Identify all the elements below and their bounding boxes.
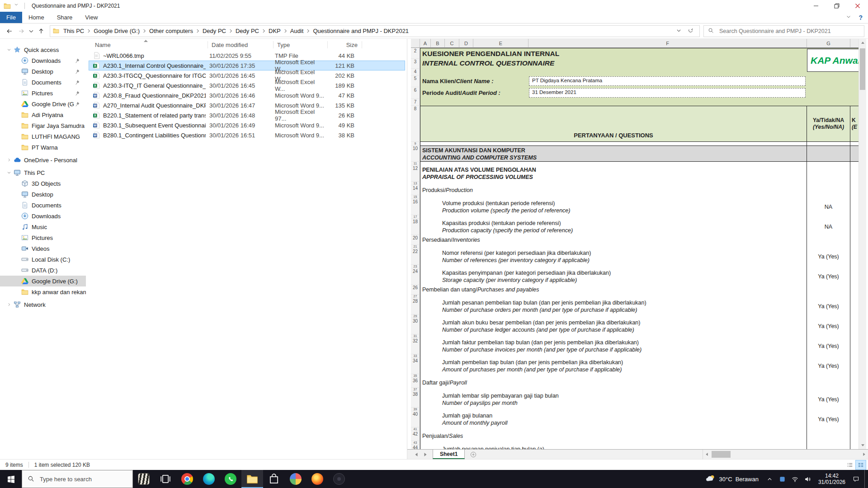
chevron-right-icon[interactable] [87, 28, 90, 33]
chevron-right-icon[interactable] [262, 28, 265, 33]
file-row-a270-internal-audit-questionnaire-dkp2[interactable]: WA270_Internal Audit Questionnaire_DKP2.… [89, 100, 405, 110]
breadcrumb-item-this-pc[interactable]: This PC [60, 28, 87, 34]
taskbar-app-zebra-photo[interactable] [133, 470, 155, 488]
forward-button[interactable] [15, 25, 27, 37]
sidebar-item-pictures[interactable]: Pictures [0, 232, 86, 243]
action-center-button[interactable] [849, 470, 862, 488]
breadcrumb-item-google-drive-g[interactable]: Google Drive (G:) [90, 28, 143, 34]
sidebar-item-3d-objects[interactable]: 3D Objects [0, 178, 86, 189]
sidebar-item-music[interactable]: Music [0, 221, 86, 232]
breadcrumb-item-other-computers[interactable]: Other computers [146, 28, 196, 34]
sidebar-item-google-drive-g[interactable]: Google Drive (G:) [0, 276, 86, 286]
show-desktop-button[interactable] [864, 470, 868, 488]
taskbar-app-chrome[interactable] [176, 470, 198, 488]
file-row-a230-3-itgcq-questionnaire-for-itgc-dk[interactable]: XA230.3-ITGCQ_Questionnaire for ITGC_DK.… [89, 70, 405, 80]
chevron-right-icon[interactable] [143, 28, 146, 33]
collapse-ribbon-icon[interactable] [846, 14, 853, 21]
chevron-right-icon[interactable] [5, 302, 13, 307]
taskbar-clock[interactable]: 14:42 31/01/2026 [814, 473, 849, 485]
sidebar-item-desktop[interactable]: Desktop [0, 66, 86, 77]
chevron-right-icon[interactable] [5, 158, 13, 162]
scroll-up-icon[interactable] [859, 39, 866, 47]
column-header-name[interactable]: Name [86, 39, 208, 51]
sidebar-item-downloads[interactable]: Downloads [0, 211, 86, 221]
volume-icon[interactable] [802, 470, 814, 488]
taskbar-app-task-view[interactable] [155, 470, 176, 488]
sidebar-item-downloads[interactable]: Downloads [0, 55, 86, 66]
sheet-nav-left-icon[interactable] [412, 450, 421, 459]
sidebar-item-pictures[interactable]: Pictures [0, 88, 86, 99]
breadcrumb-item-questionnaire-and-pmpj-dkp2021[interactable]: Questionnaire and PMPJ - DKP2021 [310, 28, 412, 34]
sidebar-item-google-drive-g[interactable]: Google Drive (G:) [0, 99, 86, 109]
sidebar-section-onedrive-personal[interactable]: OneDrive - Personal [0, 155, 86, 165]
address-dropdown-icon[interactable] [676, 28, 683, 35]
taskbar-app-firefox[interactable] [307, 470, 328, 488]
chevron-right-icon[interactable] [284, 28, 287, 33]
details-view-button[interactable] [844, 460, 855, 470]
new-sheet-icon[interactable] [470, 450, 476, 459]
taskbar-app-store[interactable] [263, 470, 285, 488]
file-row-b280-1-contingent-liabilities-questionn[interactable]: WB280.1_Contingent Liabilities Questionn… [89, 130, 405, 140]
sidebar-item-adi-priyatna[interactable]: Adi Priyatna [0, 109, 86, 120]
file-row-a230-3-itq-it-general-questionnaire-dk[interactable]: XA230.3-ITQ_IT General Questionnaire_DK.… [89, 80, 405, 90]
chevron-down-icon[interactable] [5, 47, 13, 52]
recent-locations-chevron-icon[interactable] [27, 25, 35, 37]
back-button[interactable] [4, 25, 15, 37]
weather-widget[interactable]: 30°C Berawan [700, 470, 764, 488]
sheet-tab-sheet1[interactable]: Sheet1 [433, 450, 465, 459]
taskbar-app-dark-app[interactable] [328, 470, 350, 488]
sidebar-item-desktop[interactable]: Desktop [0, 189, 86, 200]
start-button[interactable] [0, 470, 22, 488]
taskbar-search-input[interactable] [39, 475, 132, 483]
sidebar-item-documents[interactable]: Documents [0, 200, 86, 211]
file-row-b220-1-statement-of-related-party-transac[interactable]: XB220.1_Statement of related party trans… [89, 110, 405, 120]
vertical-scrollbar-thumb[interactable] [860, 48, 865, 90]
menu-home[interactable]: Home [22, 12, 51, 23]
taskbar-app-edge[interactable] [198, 470, 220, 488]
scroll-right-icon[interactable] [860, 450, 868, 459]
menu-file[interactable]: File [0, 12, 22, 23]
scroll-down-icon[interactable] [859, 441, 866, 449]
tray-app-icon[interactable] [776, 470, 789, 488]
file-row-b230-1-subsequent-event-questionnaire[interactable]: WB230.1_Subsequent Event Questionnaire_.… [89, 120, 405, 130]
quick-access-toolbar-chevron-icon[interactable] [14, 2, 21, 9]
sidebar-item-luthfi-magang[interactable]: LUTHFI MAGANG [0, 131, 86, 142]
sidebar-item-videos[interactable]: Videos [0, 243, 86, 254]
sidebar-item-pt-warna[interactable]: PT Warna [0, 142, 86, 153]
sidebar-section-network[interactable]: Network [0, 299, 86, 310]
hidden-icons-chevron[interactable] [764, 470, 776, 488]
sidebar-item-data-d[interactable]: DATA (D:) [0, 265, 86, 276]
file-row-a230-8-fraud-questionnaire-dkp2021[interactable]: WA230.8_Fraud Questionnaire_DKP202130/01… [89, 90, 405, 100]
refresh-icon[interactable] [688, 28, 695, 35]
breadcrumb-item-audit[interactable]: Audit [287, 28, 307, 34]
up-button[interactable] [35, 25, 47, 37]
sidebar-section-this-pc[interactable]: This PC [0, 167, 86, 178]
scroll-left-icon[interactable] [703, 450, 711, 459]
breadcrumb-item-dedy-pc[interactable]: Dedy PC [232, 28, 262, 34]
taskbar-app-color-app[interactable] [285, 470, 307, 488]
horizontal-scrollbar-thumb[interactable] [712, 451, 731, 458]
preview-vertical-scrollbar[interactable] [859, 39, 866, 449]
chevron-down-icon[interactable] [5, 170, 13, 175]
help-icon[interactable]: ? [859, 14, 863, 21]
sidebar-item-local-disk-c[interactable]: Local Disk (C:) [0, 254, 86, 265]
taskbar-app-file-explorer[interactable] [241, 470, 263, 488]
sidebar-item-kkp-anwar-dan-rekan-1[interactable]: kkp anwar dan rekan (\\1 [0, 286, 86, 297]
menu-view[interactable]: View [79, 12, 104, 23]
breadcrumb[interactable]: This PCGoogle Drive (G:)Other computersD… [50, 25, 700, 37]
search-input[interactable] [718, 28, 860, 35]
search-box[interactable] [703, 25, 864, 37]
menu-share[interactable]: Share [51, 12, 79, 23]
chevron-right-icon[interactable] [307, 28, 310, 33]
column-divider[interactable] [362, 41, 362, 48]
column-header-type[interactable]: Type [274, 39, 328, 51]
taskbar-app-whatsapp[interactable] [220, 470, 241, 488]
sidebar-section-quick-access[interactable]: Quick access [0, 44, 86, 55]
file-row-a230-1-internal-control-questionnaire-d[interactable]: XA230.1_Internal Control Questionnaire_D… [89, 61, 405, 70]
chevron-right-icon[interactable] [229, 28, 232, 33]
breadcrumb-item-dedy-pc[interactable]: Dedy PC [199, 28, 229, 34]
preview-horizontal-scrollbar[interactable] [703, 450, 868, 459]
sidebar-item-figar-jaya-samudra[interactable]: Figar Jaya Samudra [0, 120, 86, 131]
chevron-right-icon[interactable] [196, 28, 199, 33]
network-icon[interactable] [789, 470, 802, 488]
